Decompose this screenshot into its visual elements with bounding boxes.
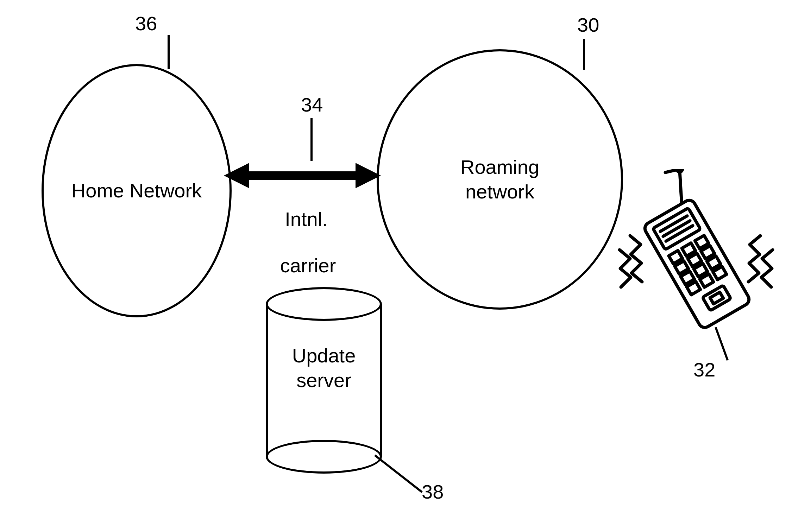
- ref-38: 38: [422, 480, 444, 503]
- arrow-shaft: [246, 171, 358, 180]
- update-server-node: Update server: [266, 287, 382, 474]
- leader-30: [583, 39, 585, 70]
- diagram-canvas: Home Network Roaming network Intnl. carr…: [0, 0, 792, 532]
- roaming-network-node: Roaming network: [377, 49, 623, 310]
- roaming-network-label: Roaming network: [460, 155, 539, 204]
- arrow-head-right: [356, 163, 381, 188]
- update-server-label: Update server: [266, 343, 382, 393]
- arrow-head-left: [224, 163, 249, 188]
- ref-32: 32: [693, 358, 715, 381]
- mobile-device-icon: [612, 169, 792, 352]
- home-network-node: Home Network: [42, 64, 232, 317]
- leader-36: [168, 35, 170, 69]
- intl-carrier-label-1: Intnl.: [271, 207, 341, 232]
- ref-34: 34: [301, 93, 323, 116]
- ref-30: 30: [577, 13, 599, 36]
- home-network-label: Home Network: [71, 178, 202, 203]
- leader-34: [310, 118, 313, 161]
- intl-carrier-label-2: carrier: [268, 253, 348, 278]
- leader-38: [374, 455, 423, 493]
- ref-36: 36: [135, 12, 157, 35]
